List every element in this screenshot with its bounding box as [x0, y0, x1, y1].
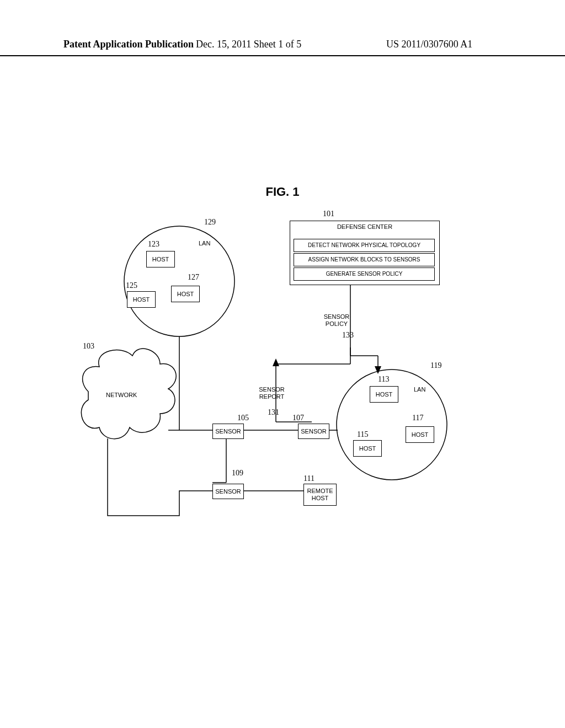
ref-109: 109 — [232, 469, 243, 478]
ref-129: 129 — [204, 218, 216, 227]
line-cloud-sensor109 — [108, 438, 212, 516]
ref-131: 131 — [268, 408, 279, 417]
lan-label-right: LAN — [414, 386, 425, 393]
ref-101: 101 — [323, 210, 334, 218]
header-left: Patent Application Publication — [63, 39, 194, 50]
lan-label-top: LAN — [199, 240, 210, 247]
ref-107: 107 — [292, 414, 304, 422]
remote-host-box: REMOTE HOST — [303, 484, 337, 506]
host-box-117: HOST — [406, 426, 434, 443]
ref-127: 127 — [188, 273, 199, 282]
host-box-115: HOST — [353, 440, 382, 457]
host-box-125: HOST — [127, 291, 156, 308]
ref-115: 115 — [357, 430, 368, 439]
sensor-policy-label: SENSOR POLICY — [320, 313, 353, 328]
ref-111: 111 — [303, 474, 315, 483]
sensor-box-109: SENSOR — [212, 484, 244, 499]
host-box-123: HOST — [146, 251, 175, 267]
dc-row-detect: DETECT NETWORK PHYSICAL TOPOLOGY — [294, 239, 435, 252]
figure-title: FIG. 1 — [0, 185, 565, 199]
arrowhead-sensor-policy — [375, 366, 381, 374]
network-label: NETWORK — [106, 392, 137, 399]
header-center: Dec. 15, 2011 Sheet 1 of 5 — [196, 39, 301, 50]
arrowhead-sensor-report — [273, 358, 279, 366]
dc-row-generate: GENERATE SENSOR POLICY — [294, 267, 435, 281]
ref-123: 123 — [148, 240, 159, 249]
header-right: US 2011/0307600 A1 — [386, 39, 472, 50]
defense-center-title: DEFENSE CENTER — [290, 223, 439, 230]
page: Patent Application Publication Dec. 15, … — [0, 0, 565, 728]
ref-133: 133 — [342, 331, 354, 340]
page-header: Patent Application Publication Dec. 15, … — [0, 39, 565, 56]
sensor-box-105: SENSOR — [212, 424, 244, 439]
host-box-113: HOST — [370, 386, 398, 403]
sensor-box-107: SENSOR — [298, 424, 329, 439]
ref-103: 103 — [83, 342, 94, 351]
ref-119: 119 — [430, 361, 441, 370]
ref-113: 113 — [378, 375, 389, 384]
lan-circle-top — [124, 226, 234, 336]
host-box-127: HOST — [171, 286, 200, 302]
ref-105: 105 — [237, 414, 249, 422]
defense-center-box: DEFENSE CENTER DETECT NETWORK PHYSICAL T… — [290, 221, 440, 285]
sensor-report-label: SENSOR REPORT — [257, 386, 287, 400]
ref-117: 117 — [412, 414, 423, 422]
ref-125: 125 — [126, 281, 137, 290]
dc-row-assign: ASSIGN NETWORK BLOCKS TO SENSORS — [294, 253, 435, 266]
diagram-canvas: 101 103 105 107 109 111 113 115 117 119 … — [72, 210, 497, 540]
